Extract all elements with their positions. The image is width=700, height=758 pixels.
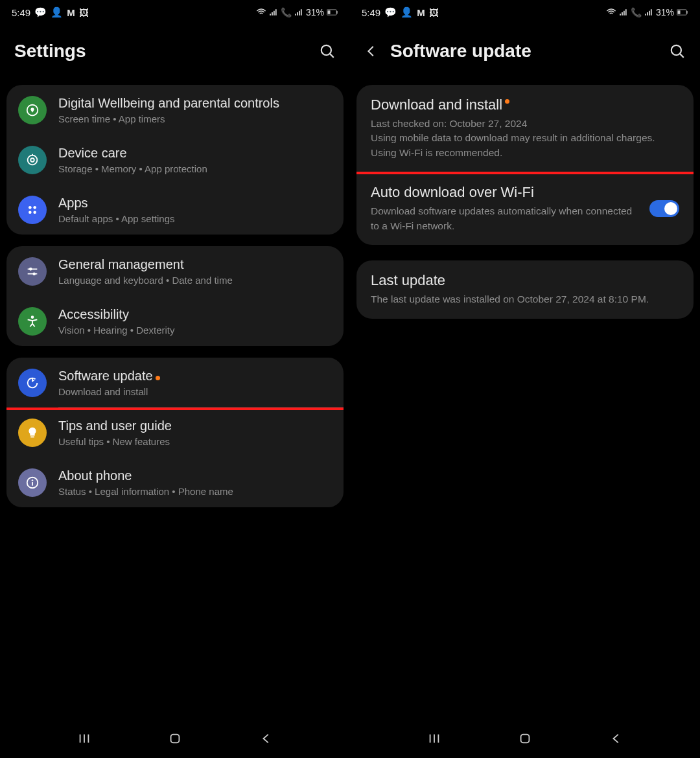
search-icon[interactable] — [319, 43, 336, 60]
battery-icon — [327, 8, 338, 16]
battery-text: 31% — [656, 7, 674, 17]
svg-rect-18 — [30, 436, 34, 437]
item-subtitle: Last checked on: October 27, 2024 Using … — [371, 117, 679, 160]
settings-group: Software updateDownload and installTips … — [6, 358, 344, 507]
settings-item-tips-and-user-guide[interactable]: Tips and user guideUseful tips • New fea… — [6, 408, 344, 457]
svg-point-7 — [30, 158, 34, 162]
settings-header: Settings — [0, 25, 350, 81]
settings-item-accessibility[interactable]: AccessibilityVision • Hearing • Dexterit… — [6, 296, 344, 346]
status-bar: 5:49 💬 👤 M 🖼 📞 31% — [0, 0, 350, 25]
item-title: Apps — [58, 195, 332, 211]
navigation-bar — [350, 722, 700, 758]
settings-item-about-phone[interactable]: About phoneStatus • Legal information • … — [6, 457, 344, 507]
page-title: Software update — [390, 41, 531, 62]
image-icon: 🖼 — [429, 7, 439, 18]
wifi-icon — [606, 7, 616, 17]
navigation-bar — [0, 722, 350, 758]
battery-icon — [677, 8, 688, 16]
item-title: Accessibility — [58, 306, 332, 323]
item-title: Download and install — [371, 97, 679, 113]
item-title: Digital Wellbeing and parental controls — [58, 95, 332, 111]
wifi-icon — [256, 7, 266, 17]
svg-line-4 — [330, 54, 334, 58]
update-item-last-update[interactable]: Last updateThe last update was installed… — [356, 260, 694, 318]
item-subtitle: Storage • Memory • App protection — [58, 163, 332, 174]
settings-item-general-management[interactable]: General managementLanguage and keyboard … — [6, 246, 344, 296]
gmail-icon: M — [417, 7, 425, 18]
update-icon — [18, 369, 47, 397]
account-icon: 👤 — [401, 6, 413, 18]
settings-group: Digital Wellbeing and parental controlsS… — [6, 85, 344, 235]
item-title: Software update — [58, 368, 332, 384]
info-icon — [18, 468, 47, 497]
home-button[interactable] — [518, 731, 532, 748]
signal2-icon — [294, 8, 303, 17]
svg-rect-25 — [171, 735, 180, 743]
item-subtitle: Download software updates automatically … — [371, 204, 642, 233]
item-subtitle: Default apps • App settings — [58, 213, 332, 224]
svg-line-30 — [680, 54, 684, 58]
item-subtitle: Status • Legal information • Phone name — [58, 486, 332, 497]
search-icon[interactable] — [669, 43, 686, 60]
update-item-download-and-install[interactable]: Download and installLast checked on: Oct… — [356, 85, 694, 172]
item-title: General management — [58, 257, 332, 273]
item-title: Tips and user guide — [58, 418, 332, 434]
status-time: 5:49 — [362, 7, 380, 18]
volte-icon: 📞 — [281, 7, 292, 17]
sliders-icon — [18, 257, 47, 286]
wellbeing-icon — [18, 96, 47, 124]
item-subtitle: Vision • Hearing • Dexterity — [58, 325, 332, 336]
update-item-auto-download-over-wi-fi[interactable]: Auto download over Wi-FiDownload softwar… — [356, 172, 694, 245]
recents-button[interactable] — [427, 731, 441, 748]
apps-icon — [18, 196, 47, 224]
svg-rect-27 — [686, 11, 687, 14]
svg-point-29 — [671, 45, 681, 55]
settings-screen: 5:49 💬 👤 M 🖼 📞 31% Settings — [0, 0, 350, 758]
auto-download-toggle[interactable] — [649, 200, 679, 217]
settings-group: General managementLanguage and keyboard … — [6, 246, 344, 346]
item-subtitle: Download and install — [58, 386, 332, 397]
svg-point-10 — [33, 206, 36, 209]
settings-item-device-care[interactable]: Device careStorage • Memory • App protec… — [6, 135, 344, 185]
back-button[interactable] — [259, 731, 274, 748]
signal-icon — [269, 8, 278, 17]
device-care-icon — [18, 146, 47, 174]
account-icon: 👤 — [51, 6, 63, 18]
item-title: Device care — [58, 145, 332, 161]
back-button[interactable] — [609, 731, 624, 748]
volte-icon: 📞 — [631, 7, 642, 17]
status-bar: 5:49 💬 👤 M 🖼 📞 31% — [350, 0, 700, 25]
notification-dot-icon — [505, 99, 509, 104]
item-title: About phone — [58, 468, 332, 484]
svg-rect-34 — [521, 735, 530, 743]
bulb-icon — [18, 419, 47, 447]
image-icon: 🖼 — [79, 7, 89, 18]
accessibility-icon — [18, 307, 47, 336]
svg-point-14 — [29, 268, 32, 271]
item-subtitle: The last update was installed on October… — [371, 292, 679, 306]
svg-rect-21 — [32, 482, 33, 486]
software-update-screen: 5:49 💬 👤 M 🖼 📞 31% — [350, 0, 700, 758]
home-button[interactable] — [168, 731, 182, 748]
svg-point-17 — [31, 316, 34, 319]
item-subtitle: Screen time • App timers — [58, 113, 332, 124]
svg-point-6 — [28, 155, 38, 165]
status-time: 5:49 — [12, 7, 30, 18]
back-icon[interactable] — [364, 44, 379, 58]
software-update-header: Software update — [350, 25, 700, 81]
svg-point-3 — [321, 45, 331, 55]
svg-rect-28 — [677, 10, 680, 14]
svg-point-20 — [32, 479, 33, 481]
svg-point-9 — [29, 206, 32, 209]
settings-item-software-update[interactable]: Software updateDownload and install — [6, 358, 344, 408]
item-subtitle: Language and keyboard • Date and time — [58, 275, 332, 286]
svg-point-12 — [33, 211, 36, 214]
signal-icon — [619, 8, 628, 17]
settings-item-digital-wellbeing-and-parental-controls[interactable]: Digital Wellbeing and parental controlsS… — [6, 85, 344, 135]
notification-dot-icon — [156, 376, 160, 380]
recents-button[interactable] — [77, 731, 91, 748]
gmail-icon: M — [67, 7, 75, 18]
item-title: Auto download over Wi-Fi — [371, 184, 642, 201]
settings-item-apps[interactable]: AppsDefault apps • App settings — [6, 185, 344, 235]
battery-text: 31% — [306, 7, 324, 17]
